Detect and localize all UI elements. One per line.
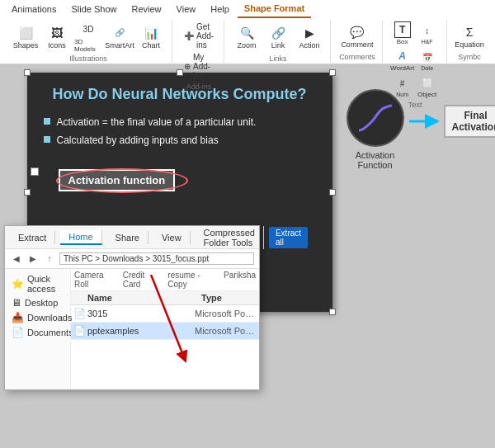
nn-diagram-row: Activation Function Final Activatio (365, 89, 488, 170)
date-icon: 📅 (419, 49, 436, 65)
get-addins-button[interactable]: ➕ Get Add-ins (181, 21, 217, 50)
my-addins-button[interactable]: ⊕ My Add-ins (181, 52, 217, 81)
slide-panel: How Do Neural Networks Compute? Activati… (0, 64, 359, 448)
file-explorer: Extract Home Share View Compressed Folde… (4, 225, 260, 390)
fe-col-header: Name Type (71, 291, 259, 305)
col-type-header[interactable]: Type (195, 293, 259, 303)
file-row-pptexamples[interactable]: 📄 pptexamples Microsoft PowerPoint 97-2.… (71, 323, 259, 340)
sidebar-quick-access[interactable]: ⭐ Quick access (5, 272, 70, 295)
folder-resume: resume - Copy (167, 271, 217, 289)
handle-tl[interactable] (24, 69, 31, 76)
fe-tab-view[interactable]: View (153, 231, 191, 244)
shapes-button[interactable]: ⬜ Shapes (12, 21, 40, 53)
action-label: Action (299, 41, 320, 50)
smartart-button[interactable]: 🔗 SmartArt (106, 21, 134, 53)
sidebar-downloads[interactable]: 📥 Downloads (5, 310, 70, 325)
tab-review[interactable]: Review (125, 0, 167, 18)
final-label-line1: Final (452, 110, 496, 121)
tab-help[interactable]: Help (204, 0, 236, 18)
link-label: Link (271, 41, 285, 50)
extract-all-button[interactable]: Extract all (269, 227, 308, 248)
date-label: Date (421, 65, 433, 71)
slide-number-icon: # (394, 75, 411, 92)
addins-group-label: Add-ins (186, 83, 212, 91)
links-group-label: Links (270, 54, 287, 63)
fe-file-list: Camera Roll Credit Card resume - Copy Pa… (71, 269, 259, 389)
sigmoid-curve (355, 101, 396, 134)
slide-title: How Do Neural Networks Compute? (27, 73, 332, 110)
3d-label: 3D Models (74, 38, 102, 53)
object-label: Object (417, 91, 436, 98)
slide-body: Activation = the final value of a partic… (27, 110, 332, 159)
sidebar-downloads-label: Downloads (27, 313, 72, 323)
icons-label: Icons (48, 41, 66, 50)
handle-tr[interactable] (329, 69, 336, 76)
bullet-text-1: Activation = the final value of a partic… (57, 116, 257, 128)
file-type-3015: Microsoft PowerPoint Pres... (195, 309, 259, 318)
sidebar-documents[interactable]: 📄 Documents (5, 325, 70, 340)
col-name-header[interactable]: Name (71, 293, 195, 303)
smartart-label: SmartArt (105, 41, 134, 50)
comment-label: Comment (341, 40, 373, 49)
ribbon-group-comments: 💬 Comment Comments (332, 20, 383, 63)
desktop-icon: 🖥 (12, 297, 21, 309)
tab-animations[interactable]: Animations (5, 0, 63, 18)
ribbon-group-symbols: Σ Equation Symbc (449, 20, 490, 63)
shapes-icon: ⬜ (17, 25, 34, 41)
ribbon-group-links: 🔍 Zoom 🔗 Link ▶ Action Links (226, 20, 331, 63)
main-area: How Do Neural Networks Compute? Activati… (0, 64, 495, 448)
forward-button[interactable]: ▶ (26, 252, 40, 266)
link-button[interactable]: 🔗 Link (264, 21, 292, 53)
date-time-button[interactable]: 📅 Date (416, 48, 439, 73)
smartart-icon: 🔗 (111, 25, 128, 41)
comment-button[interactable]: 💬 Comment (343, 21, 371, 51)
nn-arrow-svg (408, 113, 441, 130)
final-label-line2: Activation (452, 121, 496, 133)
3d-models-button[interactable]: 3D 3D Models (74, 21, 102, 53)
bullet-2: Calculated by adding inputs and bias (44, 134, 316, 146)
handle-mr[interactable] (329, 189, 336, 196)
bullet-square-2 (44, 136, 50, 143)
fe-tab-extract[interactable]: Extract (10, 231, 55, 244)
sidebar-desktop[interactable]: 🖥 Desktop (5, 295, 70, 310)
file-type-pptexamples: Microsoft PowerPoint 97-2... (195, 326, 259, 336)
fe-body: ⭐ Quick access 🖥 Desktop 📥 Downloads 📄 D… (5, 269, 259, 389)
file-name-3015: 3015 (87, 309, 195, 318)
icons-button[interactable]: 🖼 Icons (43, 21, 71, 53)
get-addins-label: Get Add-ins (196, 22, 214, 50)
activation-box[interactable]: Activation function (59, 169, 176, 191)
wordart-button[interactable]: A WordArt (391, 48, 414, 73)
folder-credit: Credit Card (123, 271, 162, 289)
textbox-button[interactable]: T Box (391, 21, 414, 46)
slide-number-button[interactable]: # Num (391, 74, 414, 99)
bullet-square-1 (44, 118, 50, 125)
chart-button[interactable]: 📊 Chart (137, 21, 165, 53)
equation-button[interactable]: Σ Equation (455, 21, 483, 51)
fe-address-bar: ◀ ▶ ↑ This PC > Downloads > 3015_focus.p… (5, 249, 259, 269)
up-button[interactable]: ↑ (43, 252, 56, 266)
zoom-label: Zoom (238, 41, 257, 50)
tab-view[interactable]: View (170, 0, 203, 18)
activation-select-handle[interactable] (31, 167, 39, 176)
tab-slideshow[interactable]: Slide Show (64, 0, 123, 18)
header-icon: ↕ (419, 22, 436, 39)
zoom-button[interactable]: 🔍 Zoom (233, 21, 261, 53)
address-text[interactable]: This PC > Downloads > 3015_focus.ppt (59, 252, 254, 265)
handle-ml[interactable] (24, 189, 31, 196)
header-label: H&F (422, 39, 433, 45)
fe-tab-share[interactable]: Share (107, 231, 148, 244)
text-items: T Box ↕ H&F A WordArt 📅 Date # Num (391, 21, 440, 99)
header-footer-button[interactable]: ↕ H&F (416, 21, 439, 46)
fe-tab-compressed[interactable]: Compressed Folder Tools (196, 226, 264, 249)
wordart-icon: A (394, 48, 411, 64)
handle-br[interactable] (329, 309, 336, 315)
action-button[interactable]: ▶ Action (295, 21, 323, 53)
fe-folder-strip: Camera Roll Credit Card resume - Copy Pa… (71, 269, 259, 291)
fe-tab-home[interactable]: Home (60, 230, 101, 245)
comments-group-label: Comments (339, 53, 375, 61)
object-button[interactable]: ⬜ Object (416, 74, 439, 99)
file-row-3015[interactable]: 📄 3015 Microsoft PowerPoint Pres... (71, 305, 259, 323)
slide-number-label: Num (396, 92, 408, 97)
tab-shape-format[interactable]: Shape Format (238, 0, 311, 18)
back-button[interactable]: ◀ (10, 252, 23, 266)
